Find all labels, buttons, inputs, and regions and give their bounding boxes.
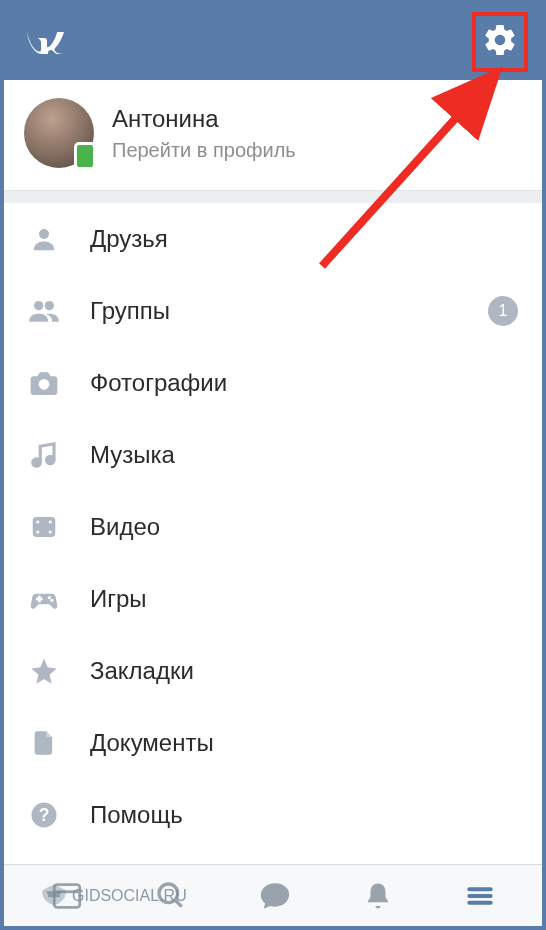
settings-button-highlight xyxy=(472,12,528,72)
menu-item-bookmarks[interactable]: Закладки xyxy=(4,635,542,707)
svg-rect-19 xyxy=(48,895,60,897)
menu-label: Помощь xyxy=(90,801,518,829)
menu-label: Закладки xyxy=(90,657,518,685)
menu-item-friends[interactable]: Друзья xyxy=(4,203,542,275)
menu-item-video[interactable]: Видео xyxy=(4,491,542,563)
video-icon xyxy=(28,511,60,543)
svg-point-1 xyxy=(34,301,43,310)
svg-text:?: ? xyxy=(39,805,50,825)
menu-item-games[interactable]: Игры xyxy=(4,563,542,635)
gear-icon xyxy=(482,22,518,58)
svg-point-13 xyxy=(48,596,51,599)
profile-name: Антонина xyxy=(112,105,296,133)
help-icon: ? xyxy=(28,799,60,831)
count-badge: 1 xyxy=(488,296,518,326)
menu-label: Друзья xyxy=(90,225,518,253)
main-menu: Друзья Группы 1 Фотографии Музыка Видео … xyxy=(4,203,542,851)
profile-subtitle: Перейти в профиль xyxy=(112,139,296,162)
watermark: GIDSOCIAL.RU xyxy=(40,882,187,910)
svg-point-9 xyxy=(36,530,39,533)
watermark-text: GIDSOCIAL.RU xyxy=(72,887,187,905)
tab-notifications[interactable] xyxy=(363,879,393,913)
online-mobile-badge xyxy=(74,142,96,170)
settings-button[interactable] xyxy=(482,22,518,62)
svg-point-8 xyxy=(49,520,52,523)
menu-label: Видео xyxy=(90,513,518,541)
menu-label: Документы xyxy=(90,729,518,757)
menu-item-groups[interactable]: Группы 1 xyxy=(4,275,542,347)
svg-point-4 xyxy=(33,459,41,467)
svg-point-10 xyxy=(49,530,52,533)
section-divider xyxy=(4,191,542,203)
svg-point-14 xyxy=(50,599,53,602)
profile-row[interactable]: Антонина Перейти в профиль xyxy=(4,80,542,191)
star-icon xyxy=(28,655,60,687)
menu-item-documents[interactable]: Документы xyxy=(4,707,542,779)
person-icon xyxy=(28,223,60,255)
menu-label: Музыка xyxy=(90,441,518,469)
app-header xyxy=(4,4,542,80)
menu-item-music[interactable]: Музыка xyxy=(4,419,542,491)
svg-point-0 xyxy=(39,229,49,239)
svg-rect-12 xyxy=(38,596,41,603)
camera-icon xyxy=(28,367,60,399)
svg-point-3 xyxy=(39,379,50,390)
tab-menu[interactable] xyxy=(464,880,496,912)
menu-label: Игры xyxy=(90,585,518,613)
menu-item-photos[interactable]: Фотографии xyxy=(4,347,542,419)
svg-point-7 xyxy=(36,520,39,523)
avatar xyxy=(24,98,94,168)
svg-rect-6 xyxy=(33,517,56,537)
tab-messages[interactable] xyxy=(258,879,292,913)
music-icon xyxy=(28,439,60,471)
svg-point-5 xyxy=(47,456,55,464)
menu-label: Группы xyxy=(90,297,458,325)
menu-item-help[interactable]: ? Помощь xyxy=(4,779,542,851)
people-icon xyxy=(28,295,60,327)
gamepad-icon xyxy=(28,583,60,615)
svg-point-2 xyxy=(45,301,54,310)
document-icon xyxy=(28,727,60,759)
menu-label: Фотографии xyxy=(90,369,518,397)
vk-logo xyxy=(24,20,68,65)
